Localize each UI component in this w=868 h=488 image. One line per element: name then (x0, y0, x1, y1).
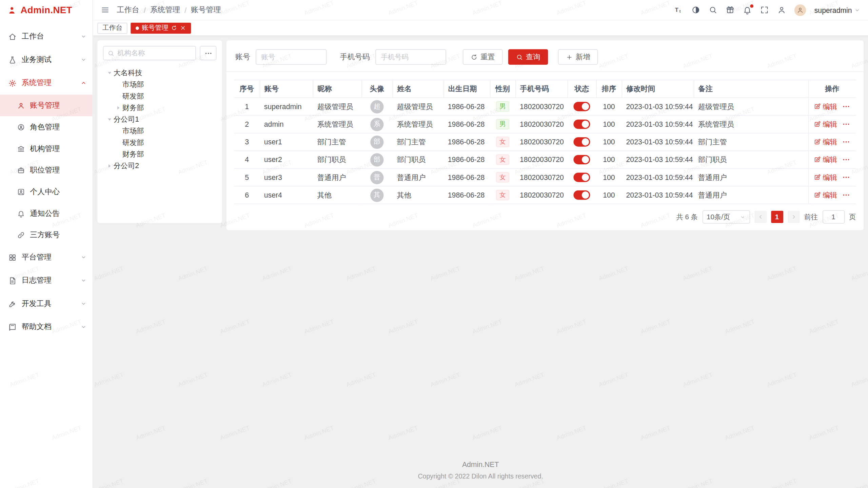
cell-gender: 男 (490, 115, 515, 133)
edit-button[interactable]: 编辑 (814, 102, 837, 111)
tree-node[interactable]: 研发部 (103, 137, 217, 148)
reset-button[interactable]: 重置 (463, 49, 503, 65)
phone-input[interactable] (375, 49, 446, 65)
account-input[interactable] (256, 49, 327, 65)
status-toggle[interactable] (573, 190, 590, 200)
row-more-button[interactable] (842, 156, 850, 164)
cell-gender: 女 (490, 133, 515, 151)
home-icon (8, 33, 16, 41)
edit-button[interactable]: 编辑 (814, 137, 837, 147)
breadcrumb-item[interactable]: 工作台 (117, 5, 139, 15)
cell-remark: 超级管理员 (694, 98, 808, 115)
theme-button[interactable] (691, 5, 700, 14)
row-avatar: 其 (370, 188, 383, 202)
sidebar-subitem[interactable]: 机构管理 (0, 138, 93, 160)
column-header: 账号 (260, 80, 313, 98)
search-button[interactable]: 查询 (508, 49, 548, 65)
tab-refresh-button[interactable] (171, 25, 177, 31)
tree-node[interactable]: 财务部 (103, 102, 217, 113)
page-1-button[interactable]: 1 (771, 211, 783, 223)
tree-expander-icon[interactable] (105, 162, 113, 170)
sidebar-item[interactable]: 工作台 (0, 25, 93, 48)
tree-node[interactable]: 财务部 (103, 148, 217, 160)
refresh-icon (471, 54, 478, 61)
status-toggle[interactable] (573, 155, 590, 164)
org-search-input[interactable] (117, 49, 192, 57)
cell-account: user2 (260, 151, 313, 168)
next-page-button[interactable] (787, 211, 800, 223)
status-toggle[interactable] (573, 172, 590, 182)
user-menu[interactable]: superadmin (814, 6, 860, 14)
sidebar-item[interactable]: 业务测试 (0, 48, 93, 72)
edit-button[interactable]: 编辑 (814, 119, 837, 129)
sidebar-subitem[interactable]: 角色管理 (0, 116, 93, 138)
tree-expander-icon[interactable] (105, 115, 113, 123)
sidebar-subitem[interactable]: 职位管理 (0, 159, 93, 181)
tab-1[interactable]: 账号管理 (131, 22, 191, 34)
edit-icon (814, 156, 821, 163)
fullscreen-button[interactable] (760, 5, 769, 14)
status-toggle[interactable] (573, 102, 590, 111)
search-button[interactable] (709, 5, 717, 14)
table-header-row: 序号账号昵称头像姓名出生日期性别手机号码状态排序修改时间备注操作 (234, 80, 856, 98)
tab-close-button[interactable] (180, 25, 186, 31)
add-button[interactable]: 新增 (558, 49, 598, 65)
sidebar-item[interactable]: 平台管理 (0, 246, 93, 269)
tree-node[interactable]: 市场部 (103, 79, 217, 90)
cell-name: 超级管理员 (393, 98, 443, 115)
hamburger-icon[interactable] (101, 5, 110, 14)
org-more-button[interactable] (200, 46, 216, 60)
tree-node[interactable]: 研发部 (103, 90, 217, 102)
sidebar-subitem[interactable]: 个人中心 (0, 181, 93, 203)
sidebar-item[interactable]: 系统管理 (0, 72, 93, 95)
chevron-left-icon (757, 214, 764, 220)
tree-expander-icon[interactable] (105, 69, 113, 77)
edit-button[interactable]: 编辑 (814, 155, 837, 164)
cell-gender: 男 (490, 98, 515, 115)
gift-button[interactable] (726, 5, 735, 14)
font-size-button[interactable]: Tt (674, 5, 683, 14)
cell-phone: 18020030720 (515, 168, 567, 186)
sidebar-item[interactable]: 帮助文档 (0, 316, 93, 339)
tree-node[interactable]: 分公司1 (103, 114, 217, 125)
tree-expander-icon[interactable] (114, 104, 122, 111)
row-more-button[interactable] (842, 138, 850, 146)
breadcrumb-item[interactable]: 系统管理 (150, 5, 180, 15)
status-toggle[interactable] (573, 120, 590, 129)
more-icon (842, 120, 850, 128)
chevron-right-icon (790, 214, 797, 220)
chevron-down-icon (80, 57, 87, 63)
row-more-button[interactable] (842, 191, 850, 199)
user-button[interactable] (777, 5, 786, 14)
tree-node[interactable]: 大名科技 (103, 67, 217, 79)
sidebar-item[interactable]: 开发工具 (0, 292, 93, 316)
edit-button[interactable]: 编辑 (814, 172, 837, 182)
row-avatar: 部 (370, 135, 383, 148)
account-label: 账号 (235, 52, 250, 62)
sidebar-subitem[interactable]: 账号管理 (0, 95, 93, 116)
prev-page-button[interactable] (754, 211, 766, 223)
sidebar-subitem[interactable]: 通知公告 (0, 203, 93, 224)
cell-status (567, 186, 596, 204)
tab-0[interactable]: 工作台 (97, 22, 127, 34)
sidebar-item[interactable]: 日志管理 (0, 269, 93, 292)
bell-button[interactable] (743, 5, 752, 14)
goto-page-input[interactable] (822, 210, 844, 223)
cell-phone: 18020030720 (515, 186, 567, 204)
sidebar-subitem[interactable]: 三方账号 (0, 224, 93, 246)
row-more-button[interactable] (842, 102, 850, 110)
topbar-actions: Tt superadmin (674, 4, 860, 16)
avatar[interactable] (794, 4, 806, 16)
topbar-icons: Tt (674, 5, 786, 14)
tree-node[interactable]: 分公司2 (103, 160, 217, 171)
logo[interactable]: Admin.NET (0, 0, 93, 20)
close-icon (180, 25, 186, 31)
row-more-button[interactable] (842, 120, 850, 128)
page-size-select[interactable]: 10条/页 (702, 210, 750, 223)
row-more-button[interactable] (842, 173, 850, 181)
tree-node[interactable]: 市场部 (103, 125, 217, 137)
breadcrumb-item[interactable]: 账号管理 (191, 5, 221, 15)
cell-account: admin (260, 115, 313, 133)
status-toggle[interactable] (573, 137, 590, 147)
edit-button[interactable]: 编辑 (814, 190, 837, 200)
